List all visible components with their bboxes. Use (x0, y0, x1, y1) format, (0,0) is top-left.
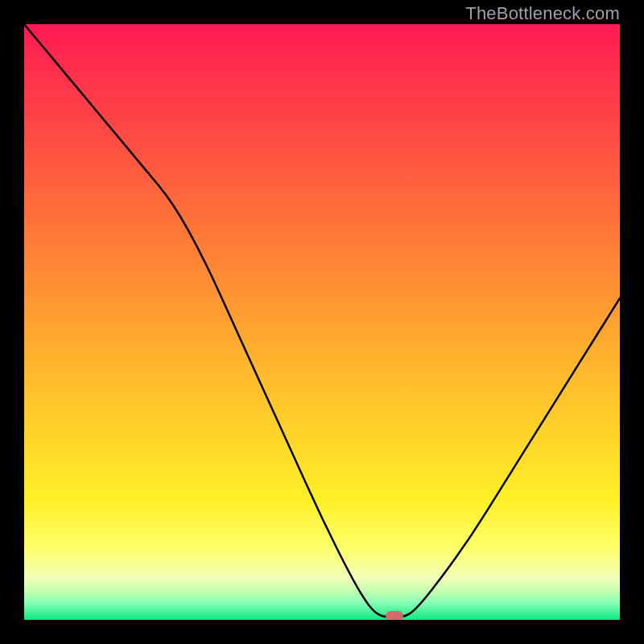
bottleneck-curve (24, 24, 620, 620)
watermark-text: TheBottleneck.com (465, 3, 620, 24)
optimum-marker (386, 611, 403, 620)
plot-area (24, 24, 620, 620)
chart-frame: TheBottleneck.com (0, 0, 644, 644)
curve-path (24, 24, 620, 617)
